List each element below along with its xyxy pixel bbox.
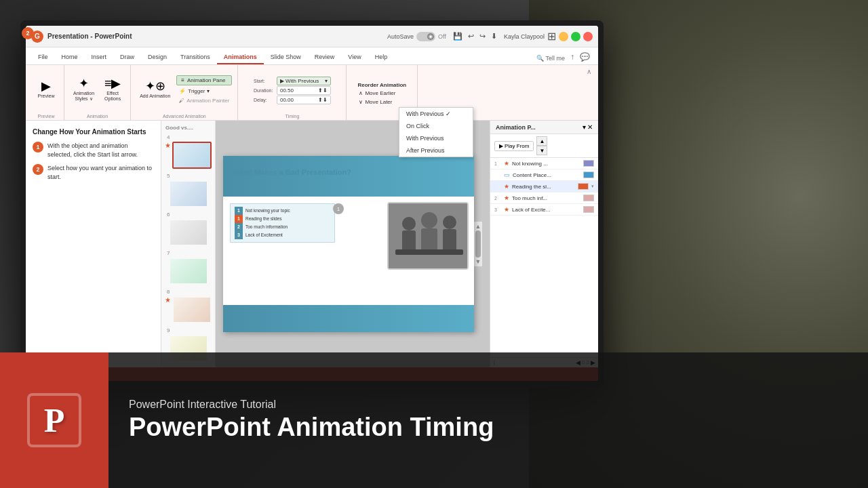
anim-item-reading[interactable]: ★ Reading the sl... ▾ bbox=[490, 181, 598, 192]
slide-7-thumbnail[interactable] bbox=[169, 258, 208, 285]
save-icon[interactable]: 💾 bbox=[452, 30, 464, 42]
anim-item-2-color bbox=[583, 195, 594, 201]
anim-pane-close-icon[interactable]: ✕ bbox=[587, 123, 593, 131]
grid-icon[interactable]: ⊞ bbox=[547, 30, 556, 43]
anim-item-3-color bbox=[583, 206, 594, 213]
tab-insert[interactable]: Insert bbox=[85, 51, 114, 64]
delay-label: Delay: bbox=[254, 98, 274, 102]
advanced-anim-controls: ≡ Animation Pane ⚡ Trigger ▾ 🖌 Animation… bbox=[176, 75, 232, 104]
anim-scroll-up[interactable]: ▲ bbox=[536, 136, 547, 146]
minimize-button[interactable] bbox=[559, 32, 568, 41]
slide-thumb-6[interactable]: 6 bbox=[161, 209, 215, 248]
search-icon[interactable]: 🔍 Tell me bbox=[534, 52, 568, 64]
anim-pane-settings-icon[interactable]: ▾ bbox=[583, 123, 586, 131]
tab-design[interactable]: Design bbox=[141, 51, 174, 64]
anim-item-content-label: Content Place... bbox=[513, 172, 580, 178]
customize-icon[interactable]: ⬇ bbox=[490, 30, 498, 42]
tab-transitions[interactable]: Transitions bbox=[174, 51, 217, 64]
tab-file[interactable]: File bbox=[31, 51, 55, 64]
dropdown-on-click[interactable]: On Click bbox=[399, 120, 473, 132]
dropdown-with-previous-start[interactable]: With Previous ✓ bbox=[399, 108, 473, 120]
anim-item-3-icon: ★ bbox=[504, 206, 509, 213]
trigger-button[interactable]: ⚡ Trigger ▾ bbox=[176, 87, 232, 95]
slide-5-thumbnail[interactable] bbox=[169, 180, 208, 207]
close-button[interactable] bbox=[583, 32, 593, 41]
anim-item-3[interactable]: 3 ★ Lack of Excite... bbox=[490, 204, 598, 216]
quick-toolbar: 💾 ↩ ↪ ⬇ bbox=[452, 30, 498, 42]
slide-thumb-8[interactable]: 8 ★ bbox=[161, 287, 215, 325]
slide-6-thumbnail[interactable] bbox=[169, 219, 208, 246]
move-earlier-icon: ∧ bbox=[359, 90, 363, 96]
slide-4-thumbnail[interactable] bbox=[172, 142, 212, 169]
duration-label: Duration: bbox=[254, 88, 274, 93]
move-earlier-button[interactable]: ∧ Move Earlier bbox=[357, 89, 406, 97]
slide-bottom-band bbox=[223, 305, 474, 332]
play-from-button[interactable]: ▶ Play From bbox=[494, 141, 534, 151]
list-text-4: Lack of Excitement bbox=[245, 232, 283, 239]
anim-item-reading-color bbox=[578, 183, 589, 190]
undo-icon[interactable]: ↩ bbox=[467, 30, 475, 42]
redo-icon[interactable]: ↪ bbox=[478, 30, 487, 42]
anim-item-reading-icon: ★ bbox=[504, 183, 509, 190]
delay-dropdown[interactable]: 00.00 ⬆⬇ bbox=[277, 96, 331, 104]
slide-5-bg bbox=[170, 182, 207, 206]
anim-item-content[interactable]: ▭ Content Place... bbox=[490, 169, 598, 181]
slide-thumb-5[interactable]: 5 bbox=[161, 171, 215, 209]
svg-rect-7 bbox=[395, 249, 463, 255]
animation-painter-button[interactable]: 🖌 Animation Painter bbox=[176, 97, 232, 104]
add-animation-label: Add Animation bbox=[140, 94, 170, 99]
list-item-2: 1 Reading the slides bbox=[235, 215, 330, 223]
tutorial-title: Change How Your Animation Starts bbox=[33, 127, 154, 136]
anim-scroll-down[interactable]: ▼ bbox=[536, 146, 547, 155]
animation-styles-icon: ✦ bbox=[79, 77, 89, 89]
anim-item-reading-dropdown[interactable]: ▾ bbox=[591, 184, 594, 189]
comments-icon[interactable]: 💬 bbox=[577, 49, 593, 64]
move-later-button[interactable]: ∨ Move Later bbox=[357, 98, 406, 106]
dropdown-after-previous[interactable]: After Previous bbox=[399, 144, 473, 157]
effect-options-button[interactable]: ≡▶ EffectOptions bbox=[100, 75, 125, 104]
slide-list-box: 1 Not knowing your topic 1 Reading the s… bbox=[230, 203, 335, 243]
slide-thumb-4[interactable]: 4 ★ bbox=[161, 132, 215, 171]
tab-review[interactable]: Review bbox=[308, 51, 342, 64]
list-num-2: 1 bbox=[235, 215, 243, 223]
tab-view[interactable]: View bbox=[341, 51, 368, 64]
dropdown-with-previous[interactable]: With Previous bbox=[399, 132, 473, 144]
ribbon: ▶ Preview Preview ✦ AnimationStyles ∨ bbox=[26, 65, 598, 121]
slide-thumb-7[interactable]: 7 bbox=[161, 248, 215, 287]
autosave-area: AutoSave ◉ Off bbox=[387, 32, 446, 41]
preview-button[interactable]: ▶ Preview bbox=[34, 78, 58, 101]
tab-help[interactable]: Help bbox=[368, 51, 395, 64]
timing-start-row: Start: ▶ With Previous ▾ 2 bbox=[254, 77, 331, 85]
main-area: Change How Your Animation Starts 1 With … bbox=[26, 121, 598, 367]
tab-slideshow[interactable]: Slide Show bbox=[264, 51, 308, 64]
list-num-1: 1 bbox=[235, 207, 243, 215]
username: Kayla Claypool bbox=[504, 33, 545, 40]
preview-icon: ▶ bbox=[41, 80, 51, 92]
tab-animations[interactable]: Animations bbox=[217, 51, 264, 64]
share-icon[interactable]: ↑ bbox=[568, 49, 577, 64]
animation-styles-button[interactable]: ✦ AnimationStyles ∨ bbox=[70, 75, 98, 104]
autosave-toggle[interactable]: ◉ bbox=[416, 32, 435, 41]
maximize-button[interactable] bbox=[571, 32, 580, 41]
tab-home[interactable]: Home bbox=[55, 51, 85, 64]
anim-pane-header: Animation P... ▾ ✕ bbox=[490, 121, 598, 134]
delay-value: 00.00 bbox=[280, 97, 294, 103]
scroll-down-arrow[interactable]: ▼ bbox=[475, 258, 481, 265]
tab-draw[interactable]: Draw bbox=[113, 51, 141, 64]
duration-dropdown[interactable]: 00.50 ⬆⬇ bbox=[277, 86, 331, 95]
scroll-up-arrow[interactable]: ▲ bbox=[475, 223, 481, 230]
animation-pane: Animation P... ▾ ✕ ▶ Play From bbox=[490, 121, 598, 367]
ribbon-group-preview: ▶ Preview Preview bbox=[28, 65, 64, 120]
slide-8-thumbnail[interactable] bbox=[172, 296, 212, 323]
banner-subtitle: PowerPoint Interactive Tutorial bbox=[129, 399, 848, 411]
scroll-thumb[interactable] bbox=[475, 230, 481, 258]
add-animation-button[interactable]: ✦⊕ Add Animation bbox=[136, 78, 174, 101]
start-dropdown[interactable]: ▶ With Previous ▾ 2 bbox=[277, 77, 331, 85]
animation-pane-button[interactable]: ≡ Animation Pane bbox=[176, 75, 232, 85]
trigger-label: Trigger bbox=[188, 88, 205, 94]
anim-item-1[interactable]: 1 ★ Not knowing ... bbox=[490, 158, 598, 169]
slide-photo bbox=[387, 202, 469, 270]
start-dropdown-menu: With Previous ✓ On Click With Previous A… bbox=[399, 107, 473, 157]
anim-item-2[interactable]: 2 ★ Too much inf... bbox=[490, 192, 598, 204]
collapse-ribbon-button[interactable]: ∧ bbox=[582, 65, 595, 120]
